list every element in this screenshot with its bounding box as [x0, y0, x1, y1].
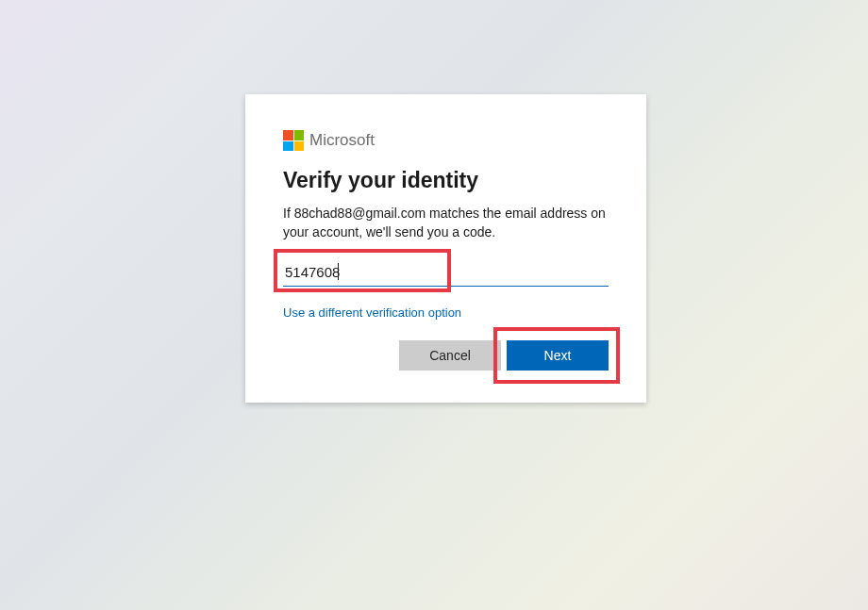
microsoft-logo-icon [283, 130, 304, 151]
brand-row: Microsoft [283, 130, 609, 151]
cancel-button[interactable]: Cancel [399, 340, 501, 371]
text-caret [338, 263, 339, 280]
different-option-link[interactable]: Use a different verification option [283, 305, 461, 320]
description-text: If 88chad88@gmail.com matches the email … [283, 205, 609, 241]
brand-name: Microsoft [309, 131, 375, 150]
verification-code-input[interactable] [283, 258, 609, 287]
code-input-container [283, 258, 609, 287]
verify-identity-card: Microsoft Verify your identity If 88chad… [245, 94, 646, 403]
button-row: Cancel Next [283, 340, 609, 371]
next-button[interactable]: Next [507, 340, 609, 371]
page-title: Verify your identity [283, 168, 609, 193]
